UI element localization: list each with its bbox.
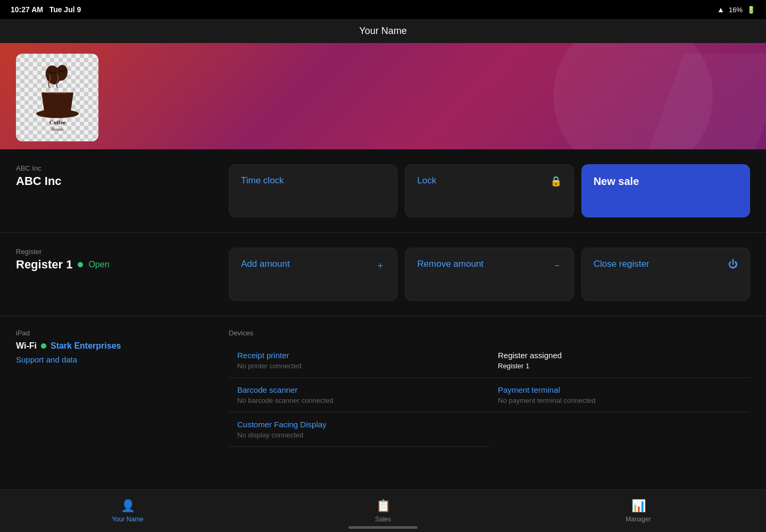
time-clock-button[interactable]: Time clock (229, 164, 397, 217)
plus-icon: ＋ (376, 259, 385, 272)
person-icon: 👤 (121, 499, 135, 513)
bottom-nav: 👤 Your Name 📋 Sales 📊 Manager (0, 489, 766, 532)
logo-box: Coffee House (16, 54, 98, 141)
battery-icon: 🔋 (747, 6, 755, 14)
register-section: Register Register 1 Open Add amount ＋ Re… (0, 233, 766, 316)
nav-sales[interactable]: 📋 Sales (255, 494, 511, 528)
barcode-scanner-item: Barcode scanner No barcode scanner conne… (229, 378, 489, 412)
svg-text:Coffee: Coffee (49, 119, 65, 125)
svg-point-2 (36, 109, 79, 118)
hero-banner: Coffee House (0, 43, 766, 149)
svg-text:House: House (51, 126, 63, 132)
new-sale-button[interactable]: New sale (581, 164, 750, 217)
remove-amount-button[interactable]: Remove amount － (405, 248, 573, 301)
power-icon: ⏻ (728, 259, 738, 270)
register-status: Open (88, 260, 109, 269)
app-title: Your Name (359, 26, 406, 36)
lock-button[interactable]: Lock 🔒 (405, 164, 573, 217)
status-date: Tue Jul 9 (49, 5, 81, 14)
action-buttons: Time clock Lock 🔒 New sale (229, 164, 750, 217)
remove-amount-label: Remove amount (417, 259, 484, 269)
receipt-printer-item: Receipt printer No printer connected (229, 343, 489, 378)
open-status-dot (78, 262, 83, 267)
customer-facing-display-link[interactable]: Customer Facing Display (237, 420, 481, 429)
register-assigned-label: Register assigned (498, 351, 742, 360)
nav-manager[interactable]: 📊 Manager (511, 494, 766, 528)
wifi-label: Wi-Fi (16, 341, 37, 351)
close-register-button[interactable]: Close register ⏻ (581, 248, 750, 301)
status-time: 10:27 AM (11, 5, 43, 14)
nav-manager-label: Manager (626, 516, 651, 523)
receipt-printer-status: No printer connected (237, 362, 481, 370)
wifi-row: Wi-Fi Stark Enterprises (16, 341, 218, 351)
wifi-network-name: Stark Enterprises (51, 341, 121, 351)
new-sale-label: New sale (594, 175, 639, 188)
barcode-scanner-status: No barcode scanner connected (237, 396, 481, 404)
add-amount-label: Add amount (241, 259, 290, 269)
lock-icon: 🔒 (550, 175, 562, 187)
status-right-icons: ▲ 16% 🔋 (717, 5, 755, 14)
app-title-bar: Your Name (0, 19, 766, 43)
account-info: ABC Inc ABC Inc (16, 164, 218, 188)
register-info: Register Register 1 Open (16, 248, 218, 272)
customer-display-status: No display connected (237, 431, 481, 439)
close-register-label: Close register (594, 259, 650, 269)
devices-section: iPad Wi-Fi Stark Enterprises Support and… (0, 316, 766, 460)
status-time-date: 10:27 AM Tue Jul 9 (11, 5, 81, 14)
logo-checkered: Coffee House (16, 54, 98, 141)
nav-sales-label: Sales (375, 516, 391, 523)
register-assigned-value: Register 1 (498, 362, 742, 370)
nav-your-name-label: Your Name (112, 516, 144, 523)
add-amount-button[interactable]: Add amount ＋ (229, 248, 397, 301)
home-indicator (348, 526, 418, 529)
sales-icon: 📋 (376, 499, 390, 513)
payment-terminal-link[interactable]: Payment terminal (498, 385, 742, 394)
wifi-status-dot (41, 343, 46, 349)
nav-your-name[interactable]: 👤 Your Name (0, 494, 255, 528)
payment-terminal-status: No payment terminal connected (498, 396, 742, 404)
register-assigned-item: Register assigned Register 1 (489, 343, 750, 378)
devices-section-label: Devices (229, 329, 750, 337)
support-and-data-link[interactable]: Support and data (16, 355, 77, 364)
time-clock-label: Time clock (241, 175, 284, 186)
customer-display-item: Customer Facing Display No display conne… (229, 412, 489, 447)
lock-label: Lock (417, 175, 436, 186)
receipt-printer-link[interactable]: Receipt printer (237, 351, 481, 360)
battery-percent: 16% (729, 6, 743, 14)
register-label: Register (16, 248, 218, 256)
account-label: ABC Inc (16, 164, 218, 172)
ipad-info: iPad Wi-Fi Stark Enterprises Support and… (16, 329, 218, 365)
devices-grid: Receipt printer No printer connected Reg… (229, 343, 750, 447)
payment-terminal-item: Payment terminal No payment terminal con… (489, 378, 750, 412)
wifi-icon: ▲ (717, 5, 725, 14)
register-action-buttons: Add amount ＋ Remove amount － Close regis… (229, 248, 750, 301)
devices-panel: Devices Receipt printer No printer conne… (229, 329, 750, 447)
register-name: Register 1 (16, 258, 72, 272)
ipad-label: iPad (16, 329, 218, 337)
account-section: ABC Inc ABC Inc Time clock Lock 🔒 New sa… (0, 149, 766, 233)
coffee-logo-svg: Coffee House (26, 63, 89, 132)
minus-icon: － (552, 259, 562, 272)
manager-icon: 📊 (631, 499, 646, 513)
register-name-row: Register 1 Open (16, 258, 218, 272)
status-bar: 10:27 AM Tue Jul 9 ▲ 16% 🔋 (0, 0, 766, 19)
barcode-scanner-link[interactable]: Barcode scanner (237, 385, 481, 394)
account-name: ABC Inc (16, 174, 218, 188)
